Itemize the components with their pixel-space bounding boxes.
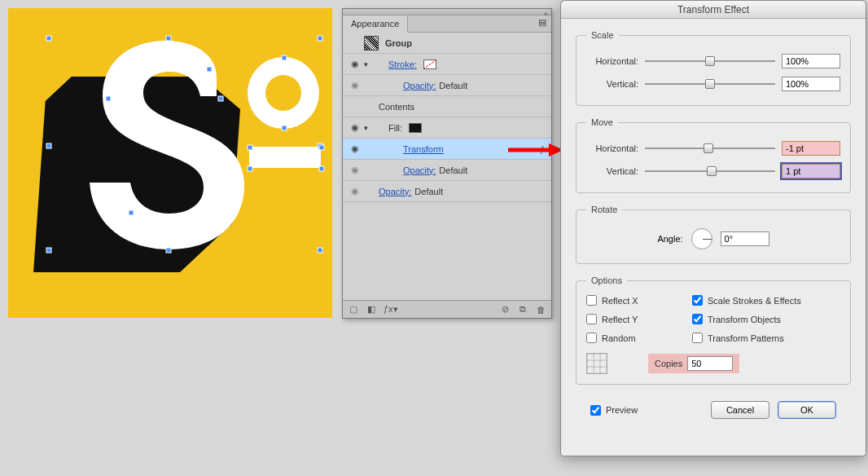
fill-label: Fill: [388,123,402,133]
scale-group: Scale Horizontal: Vertical: [576,30,851,106]
svg-rect-8 [46,248,51,253]
svg-rect-17 [248,145,252,150]
opacity-label[interactable]: Opacity: [403,165,436,175]
registration-point-picker[interactable] [586,353,607,374]
move-legend: Move [586,117,618,127]
svg-rect-16 [207,67,212,72]
move-horizontal-label: Horizontal: [586,143,638,153]
transform-label[interactable]: Transform [403,144,444,154]
visibility-icon[interactable]: ◉ [346,186,364,196]
svg-rect-9 [166,248,171,253]
rotate-angle-input[interactable] [721,231,769,246]
reflect-y-label: Reflect Y [602,315,638,324]
svg-rect-18 [319,145,324,150]
copies-input[interactable] [687,356,733,371]
fx-link-icon[interactable]: ƒ [540,144,551,154]
appearance-panel: « Appearance ▤ Group ◉ ▾ Stroke: ◉ Opaci… [342,8,552,319]
chevron-down-icon[interactable]: ▾ [364,124,374,132]
opacity-value: Default [414,187,443,196]
random-label: Random [602,333,636,343]
appearance-row-stroke[interactable]: ◉ ▾ Stroke: [343,54,551,75]
reflect-y-checkbox[interactable]: Reflect Y [586,314,692,324]
svg-rect-19 [248,166,252,171]
appearance-row-fill[interactable]: ◉ ▾ Fill: [343,117,551,139]
transform-objects-label: Transform Objects [708,315,781,324]
contents-label: Contents [364,102,414,112]
angle-dial[interactable] [691,228,712,249]
random-checkbox[interactable]: Random [586,333,692,343]
visibility-icon[interactable]: ◉ [346,165,364,175]
scale-strokes-checkbox[interactable]: Scale Strokes & Effects [692,295,840,306]
svg-rect-15 [129,210,134,215]
panel-grip[interactable]: « [343,9,551,15]
clear-appearance-icon[interactable]: ⊘ [499,304,511,315]
move-vertical-input[interactable] [782,164,840,178]
move-horizontal-input[interactable] [782,141,840,156]
appearance-list: Group ◉ ▾ Stroke: ◉ Opacity: Default Con… [343,33,551,202]
cancel-button[interactable]: Cancel [711,401,769,419]
svg-point-1 [265,75,301,111]
scale-vertical-label: Vertical: [586,79,638,89]
scale-vertical-slider[interactable] [645,78,775,90]
appearance-row-group-opacity[interactable]: ◉ Opacity: Default [343,181,551,202]
options-legend: Options [586,275,627,285]
svg-rect-3 [46,36,51,41]
rotate-legend: Rotate [586,205,622,214]
fill-swatch[interactable] [409,123,422,133]
move-horizontal-slider[interactable] [645,143,775,154]
appearance-row-transform[interactable]: ◉ Transform ƒ [343,139,551,160]
artboard[interactable] [8,8,332,318]
panel-collapse-icon[interactable]: « [544,10,548,18]
stroke-label[interactable]: Stroke: [388,60,417,69]
ok-button[interactable]: OK [778,401,836,419]
chevron-down-icon[interactable]: ▾ [364,60,374,68]
canvas[interactable] [0,0,342,476]
add-fill-icon[interactable]: ◧ [366,304,377,315]
reflect-x-label: Reflect X [602,296,638,306]
appearance-row-contents[interactable]: Contents [343,96,551,117]
group-thumb-icon [364,36,379,51]
svg-rect-2 [249,147,321,168]
svg-rect-4 [166,36,171,41]
move-vertical-label: Vertical: [586,166,638,176]
options-group: Options Reflect X Scale Strokes & Effect… [576,275,851,385]
duplicate-icon[interactable]: ⧉ [517,304,528,315]
transform-objects-checkbox[interactable]: Transform Objects [692,314,840,324]
appearance-row-fill-opacity[interactable]: ◉ Opacity: Default [343,160,551,181]
preview-label: Preview [606,405,638,415]
fx-menu-icon[interactable]: ƒx▾ [384,304,395,315]
opacity-label[interactable]: Opacity: [403,81,436,90]
scale-legend: Scale [586,30,619,40]
tab-appearance[interactable]: Appearance [343,15,408,33]
stroke-swatch[interactable] [423,60,436,69]
svg-rect-5 [318,36,322,41]
rotate-group: Rotate Angle: [576,205,851,264]
move-vertical-slider[interactable] [645,165,775,177]
panel-menu-icon[interactable]: ▤ [533,15,551,32]
visibility-icon[interactable]: ◉ [346,59,364,69]
svg-rect-13 [106,96,111,101]
transform-patterns-checkbox[interactable]: Transform Patterns [692,333,840,343]
visibility-icon[interactable]: ◉ [346,80,364,90]
scale-vertical-input[interactable] [782,77,840,91]
dialog-title[interactable]: Transform Effect [561,1,866,19]
artwork-so[interactable] [8,8,332,318]
svg-rect-14 [218,96,223,101]
preview-checkbox[interactable]: Preview [590,405,638,416]
scale-horizontal-slider[interactable] [645,55,775,67]
appearance-row-stroke-opacity[interactable]: ◉ Opacity: Default [343,75,551,96]
visibility-icon[interactable]: ◉ [346,143,364,154]
appearance-row-group[interactable]: Group [343,33,551,54]
copies-highlight: Copies [648,354,739,373]
add-stroke-icon[interactable]: ▢ [348,304,359,315]
transform-patterns-label: Transform Patterns [708,333,784,343]
panel-footer: ▢ ◧ ƒx▾ ⊘ ⧉ 🗑 [343,300,551,318]
reflect-x-checkbox[interactable]: Reflect X [586,295,692,306]
scale-horizontal-input[interactable] [782,54,840,68]
trash-icon[interactable]: 🗑 [535,305,546,315]
copies-label: Copies [655,359,682,368]
group-label: Group [385,38,412,48]
transform-effect-dialog: Transform Effect Scale Horizontal: Verti… [560,0,866,456]
opacity-label[interactable]: Opacity: [379,187,411,196]
visibility-icon[interactable]: ◉ [346,122,364,133]
